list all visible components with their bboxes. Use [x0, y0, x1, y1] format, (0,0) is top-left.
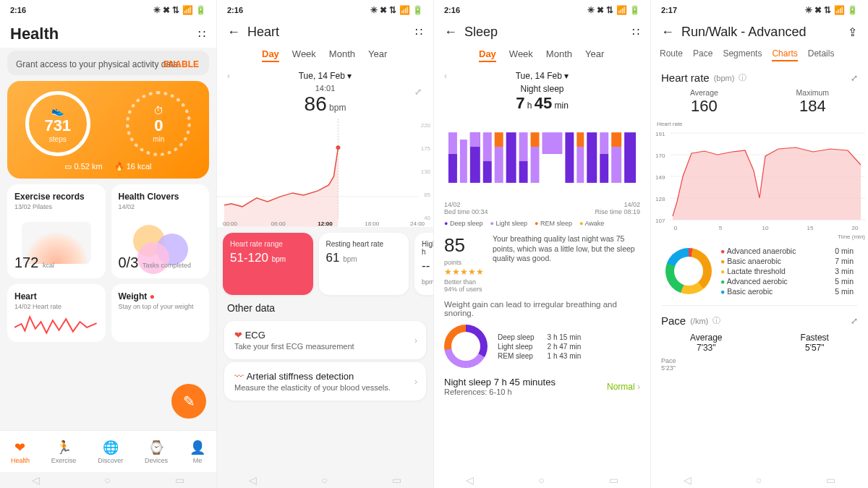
ecg-icon: ❤ — [234, 330, 242, 341]
run-hr-chart[interactable]: Heart rate 191170 149128 107 05 1015 20 … — [651, 119, 868, 241]
svg-text:149: 149 — [655, 174, 665, 181]
android-nav: ◁○▭ — [217, 472, 433, 488]
status-bar: 2:16✳ ✖ ⇅ 📶 🔋 — [434, 0, 650, 20]
tab-year[interactable]: Year — [368, 48, 387, 62]
tab-month[interactable]: Month — [329, 48, 355, 62]
tab-route[interactable]: Route — [660, 48, 683, 61]
svg-text:15: 15 — [807, 225, 814, 231]
back-icon[interactable]: ← — [661, 25, 674, 40]
info-icon[interactable]: ⓘ — [739, 72, 746, 83]
heart-tile[interactable]: Heart14/02 Heart rate — [7, 284, 106, 342]
svg-rect-24 — [519, 161, 528, 183]
android-nav: ◁○▭ — [434, 472, 650, 488]
sleep-duration: 7 h 45 min — [434, 94, 650, 113]
exercise-records-tile[interactable]: Exercise records13/02 Pilates 172 kcal — [7, 184, 106, 278]
pulse-icon: 〰 — [234, 371, 244, 382]
tab-charts[interactable]: Charts — [772, 48, 797, 61]
expand-icon[interactable]: ⤢ — [414, 87, 422, 97]
sleep-message: Your breathing quality last night was 75… — [493, 234, 640, 293]
svg-text:5: 5 — [719, 225, 723, 231]
tab-week[interactable]: Week — [292, 48, 316, 62]
page-title: Health — [10, 25, 59, 43]
add-fab[interactable]: ✎ — [171, 384, 206, 419]
sleep-chart[interactable] — [434, 114, 650, 201]
date-selector[interactable]: ‹ Tue, 14 Feb ▾ — [217, 71, 433, 81]
svg-rect-32 — [600, 132, 608, 154]
svg-text:130: 130 — [421, 168, 431, 175]
svg-rect-36 — [624, 132, 636, 183]
svg-text:170: 170 — [655, 153, 665, 159]
tab-day[interactable]: Day — [262, 48, 279, 62]
hr-zone-legend: Advanced anaerobic0 min Basic anaerobic7… — [720, 246, 854, 296]
heart-rate-chart[interactable]: 220175 13085 40 00:0006:00 12:00 18:0024… — [217, 119, 433, 227]
more-icon[interactable]: ∷ — [415, 25, 423, 39]
range-tabs: Day Week Month Year — [217, 44, 433, 67]
avg-pace: 7'33" — [690, 343, 722, 353]
back-icon[interactable]: ← — [227, 25, 240, 40]
svg-rect-27 — [542, 132, 563, 154]
svg-text:06:00: 06:00 — [271, 221, 286, 227]
tab-devices[interactable]: ⌚Devices — [145, 440, 168, 464]
sleep-score: 85 — [444, 234, 465, 256]
expand-icon[interactable]: ⤢ — [851, 73, 858, 83]
other-data-header: Other data — [217, 295, 433, 318]
more-icon[interactable]: ∷ — [632, 25, 640, 39]
svg-rect-26 — [531, 147, 540, 183]
resting-hr-card[interactable]: Resting heart rate 61 bpm — [319, 233, 409, 295]
chevron-left-icon: ‹ — [444, 71, 447, 81]
svg-text:18:00: 18:00 — [365, 221, 380, 227]
android-nav: ◁○▭ — [0, 472, 216, 488]
tab-details[interactable]: Details — [808, 48, 835, 61]
svg-text:12:00: 12:00 — [318, 221, 333, 227]
svg-rect-21 — [495, 147, 503, 183]
steps-ring: 👟 731steps — [25, 91, 90, 156]
tab-year[interactable]: Year — [585, 48, 604, 62]
svg-text:20: 20 — [852, 225, 859, 231]
svg-rect-28 — [565, 132, 574, 183]
arterial-item[interactable]: 〰 Arterial stiffness detection Measure t… — [224, 362, 426, 401]
high-hr-card[interactable]: High h -- bpm — [414, 233, 434, 295]
tab-exercise[interactable]: 🏃Exercise — [51, 440, 77, 464]
enable-button[interactable]: ENABLE — [163, 59, 199, 69]
svg-rect-35 — [611, 147, 621, 183]
watch-icon: ⌚ — [148, 440, 164, 455]
svg-rect-18 — [483, 132, 492, 161]
svg-rect-22 — [506, 132, 516, 183]
svg-rect-29 — [576, 132, 584, 147]
svg-rect-17 — [470, 132, 480, 147]
tab-discover[interactable]: 🌐Discover — [98, 440, 123, 464]
tab-segments[interactable]: Segments — [723, 48, 762, 61]
page-title: Heart — [247, 25, 279, 40]
tab-me[interactable]: 👤Me — [190, 440, 205, 464]
hr-range-card[interactable]: Heart rate range 51-120 bpm — [223, 233, 313, 295]
expand-icon[interactable]: ⤢ — [851, 316, 858, 326]
night-sleep-row[interactable]: Night sleep 7 h 45 minutes References: 6… — [434, 368, 650, 396]
svg-rect-31 — [587, 132, 597, 183]
activity-card[interactable]: 👟 731steps ⏱ 0min ▭ 0.52 km 🔥 16 kcal — [7, 81, 209, 179]
info-icon[interactable]: ⓘ — [712, 315, 720, 326]
svg-text:40: 40 — [424, 215, 430, 221]
svg-rect-15 — [460, 140, 467, 183]
ecg-item[interactable]: ❤ ECG Take your first ECG measurement › — [224, 321, 426, 359]
permission-banner[interactable]: Grant access to your physical activity d… — [7, 51, 209, 75]
tab-month[interactable]: Month — [546, 48, 572, 62]
weight-tile[interactable]: Weight ●Stay on top of your weight — [111, 284, 210, 342]
page-title: Run/Walk - Advanced — [681, 25, 806, 40]
health-clovers-tile[interactable]: Health Clovers14/02 0/3 Tasks completed — [111, 184, 210, 278]
tab-day[interactable]: Day — [479, 48, 496, 62]
share-icon[interactable]: ⇪ — [848, 25, 858, 39]
back-icon[interactable]: ← — [444, 25, 457, 40]
status-bar: 2:16✳ ✖ ⇅ 📶 🔋 — [217, 0, 433, 20]
tab-pace[interactable]: Pace — [693, 48, 712, 61]
svg-text:Time (min): Time (min) — [838, 234, 865, 240]
svg-rect-23 — [519, 132, 528, 161]
svg-text:128: 128 — [655, 196, 665, 202]
tab-week[interactable]: Week — [509, 48, 533, 62]
svg-text:107: 107 — [655, 218, 665, 224]
svg-rect-14 — [448, 154, 457, 183]
date-selector[interactable]: ‹ Tue, 14 Feb ▾ — [434, 71, 650, 81]
person-icon: 👤 — [190, 440, 205, 455]
more-icon[interactable]: ∷ — [198, 27, 206, 41]
tab-health[interactable]: ❤Health — [11, 440, 30, 464]
run-icon: 🏃 — [56, 440, 72, 455]
